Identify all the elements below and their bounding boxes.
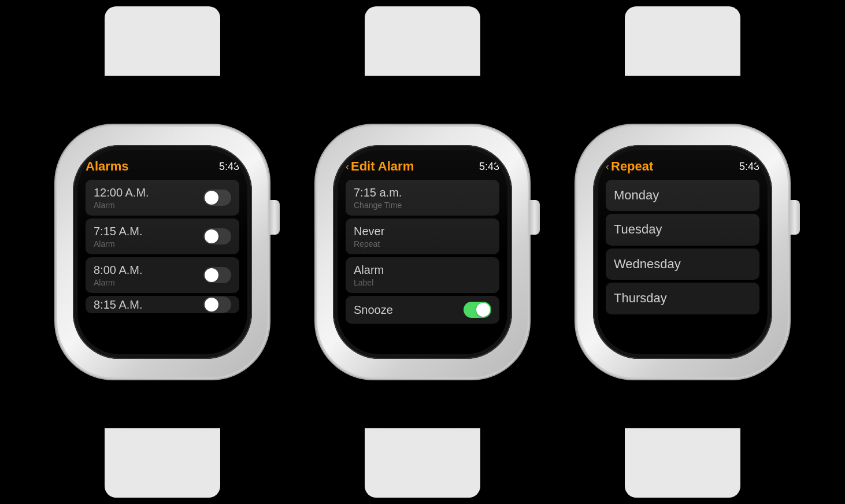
snooze-toggle-knob	[476, 303, 490, 317]
watch-body-2: ‹ Edit Alarm 5:43 7:15 a.m. Change Time	[310, 64, 535, 440]
list-item[interactable]: Thursday	[606, 283, 759, 314]
screen-content-2: ‹ Edit Alarm 5:43 7:15 a.m. Change Time	[338, 150, 507, 354]
edit-snooze-label: Snooze	[354, 303, 393, 317]
watch-body-1: Alarms 5:43 12:00 A.M. Alarm	[50, 64, 275, 440]
list-item[interactable]: Wednesday	[606, 249, 759, 280]
alarm-4-toggle[interactable]	[203, 297, 231, 313]
screen-title-text-3: Repeat	[611, 159, 653, 174]
screen-title-2: ‹ Edit Alarm	[346, 159, 414, 174]
screen-bezel-1: Alarms 5:43 12:00 A.M. Alarm	[73, 145, 252, 359]
watch-repeat: ‹ Repeat 5:43 Monday Tuesday	[570, 64, 795, 440]
alarm-1-content: 12:00 A.M. Alarm	[94, 186, 149, 210]
crown-2	[529, 200, 540, 235]
alarm-2-content: 7:15 A.M. Alarm	[94, 224, 143, 249]
screen-header-1: Alarms 5:43	[86, 159, 239, 174]
watch-case-1: Alarms 5:43 12:00 A.M. Alarm	[55, 125, 269, 379]
watch-edit-alarm: ‹ Edit Alarm 5:43 7:15 a.m. Change Time	[310, 64, 535, 440]
edit-repeat-label: Repeat	[354, 239, 384, 249]
edit-label-label: Label	[354, 278, 384, 287]
back-chevron-2[interactable]: ‹	[346, 161, 349, 173]
list-item[interactable]: Snooze	[346, 296, 499, 324]
screen-title-3: ‹ Repeat	[606, 159, 653, 174]
alarm-3-time: 8:00 A.M.	[94, 263, 143, 277]
list-item[interactable]: 8:00 A.M. Alarm	[86, 257, 239, 293]
screen-title-text-2: Edit Alarm	[351, 159, 414, 174]
band-bottom-1	[105, 428, 220, 498]
band-bottom-2	[365, 428, 480, 498]
list-item[interactable]: Tuesday	[606, 214, 759, 245]
watch-body-3: ‹ Repeat 5:43 Monday Tuesday	[570, 64, 795, 440]
band-bottom-3	[625, 428, 740, 498]
repeat-tuesday: Tuesday	[614, 222, 662, 236]
list-item[interactable]: 7:15 a.m. Change Time	[346, 180, 499, 216]
list-item[interactable]: 7:15 A.M. Alarm	[86, 218, 239, 254]
watch-screen-2: ‹ Edit Alarm 5:43 7:15 a.m. Change Time	[338, 150, 507, 354]
list-item[interactable]: 12:00 A.M. Alarm	[86, 180, 239, 216]
alarm-2-label: Alarm	[94, 239, 143, 249]
screen-content-3: ‹ Repeat 5:43 Monday Tuesday	[598, 150, 768, 354]
watch-alarms: Alarms 5:43 12:00 A.M. Alarm	[50, 64, 275, 440]
list-item[interactable]: Never Repeat	[346, 218, 499, 254]
screen-bezel-2: ‹ Edit Alarm 5:43 7:15 a.m. Change Time	[333, 145, 512, 359]
repeat-thursday: Thursday	[614, 291, 667, 305]
snooze-toggle[interactable]	[464, 302, 491, 318]
screen-time-3: 5:43	[739, 161, 759, 173]
crown-3	[790, 200, 800, 235]
screen-header-2: ‹ Edit Alarm 5:43	[346, 159, 499, 174]
alarm-2-toggle[interactable]	[203, 228, 231, 244]
edit-time-label: Change Time	[354, 201, 402, 210]
list-item[interactable]: Monday	[606, 180, 759, 211]
watch-case-3: ‹ Repeat 5:43 Monday Tuesday	[576, 125, 790, 379]
edit-snooze-content: Snooze	[354, 303, 393, 317]
screen-time-1: 5:43	[219, 161, 239, 173]
screen-time-2: 5:43	[479, 161, 499, 173]
watch-case-2: ‹ Edit Alarm 5:43 7:15 a.m. Change Time	[316, 125, 529, 379]
repeat-monday: Monday	[614, 188, 659, 202]
edit-alarm-list: 7:15 a.m. Change Time Never Repeat	[346, 180, 499, 346]
alarm-1-time: 12:00 A.M.	[94, 186, 149, 199]
edit-label-content: Alarm Label	[354, 263, 384, 287]
edit-label-value: Alarm	[354, 263, 384, 277]
alarm-3-content: 8:00 A.M. Alarm	[94, 263, 143, 287]
alarm-3-label: Alarm	[94, 278, 143, 287]
alarm-list: 12:00 A.M. Alarm 7:15 A.M. Al	[86, 180, 239, 346]
alarm-1-toggle[interactable]	[203, 190, 231, 206]
list-item-partial[interactable]: 8:15 A.M.	[86, 296, 239, 313]
watch-screen-1: Alarms 5:43 12:00 A.M. Alarm	[77, 150, 247, 354]
edit-time-value: 7:15 a.m.	[354, 186, 402, 199]
repeat-wednesday: Wednesday	[614, 257, 681, 271]
alarm-2-time: 7:15 A.M.	[94, 224, 143, 238]
alarm-1-toggle-knob	[205, 191, 218, 205]
edit-repeat-value: Never	[354, 224, 384, 238]
screen-content-1: Alarms 5:43 12:00 A.M. Alarm	[77, 150, 247, 354]
alarm-4-toggle-knob	[205, 298, 218, 312]
edit-time-content: 7:15 a.m. Change Time	[354, 186, 402, 210]
alarm-4-time: 8:15 A.M.	[94, 298, 143, 312]
screen-title-1: Alarms	[86, 159, 129, 174]
alarm-3-toggle-knob	[205, 268, 218, 282]
edit-repeat-content: Never Repeat	[354, 224, 384, 249]
watch-screen-3: ‹ Repeat 5:43 Monday Tuesday	[598, 150, 768, 354]
crown-1	[269, 200, 280, 235]
back-chevron-3[interactable]: ‹	[606, 161, 609, 173]
screen-bezel-3: ‹ Repeat 5:43 Monday Tuesday	[593, 145, 772, 359]
list-item[interactable]: Alarm Label	[346, 257, 499, 293]
alarm-1-label: Alarm	[94, 201, 149, 210]
screen-header-3: ‹ Repeat 5:43	[606, 159, 759, 174]
repeat-list: Monday Tuesday Wednesday Thursday	[606, 180, 759, 346]
alarm-3-toggle[interactable]	[203, 267, 231, 283]
alarm-2-toggle-knob	[205, 229, 218, 243]
